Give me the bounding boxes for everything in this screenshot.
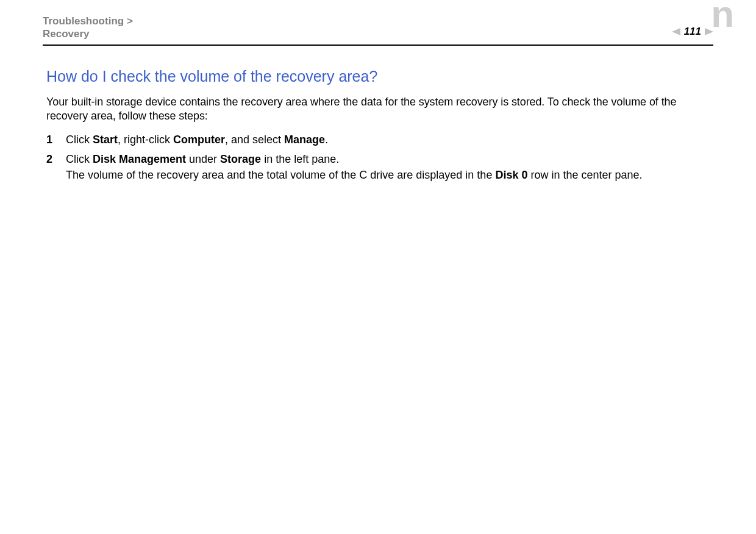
step-item: 1Click Start, right-click Computer, and … [46,132,710,148]
bold-term: Disk 0 [495,169,527,181]
step-number: 2 [46,151,66,183]
page-header: Troubleshooting > Recovery 111 [43,15,713,44]
page-number: 111 [684,26,701,38]
corner-decor: n [711,0,734,33]
intro-paragraph: Your built-in storage device contains th… [46,95,710,124]
breadcrumb-subsection: Recovery [43,28,90,40]
content-area: How do I check the volume of the recover… [43,68,713,183]
bold-term: Computer [173,134,225,146]
bold-term: Storage [220,153,261,165]
breadcrumb: Troubleshooting > Recovery [43,15,133,41]
step-body: Click Start, right-click Computer, and s… [66,132,710,148]
step-number: 1 [46,132,66,148]
next-page-icon[interactable] [705,28,713,35]
breadcrumb-section: Troubleshooting > [43,15,133,27]
steps-list: 1Click Start, right-click Computer, and … [46,132,710,183]
bold-term: Start [93,134,118,146]
step-item: 2Click Disk Management under Storage in … [46,151,710,183]
bold-term: Manage [284,134,325,146]
bold-term: Disk Management [93,153,186,165]
header-rule [43,44,713,46]
prev-page-icon[interactable] [672,28,680,35]
step-body: Click Disk Management under Storage in t… [66,151,710,183]
pager: 111 [672,26,713,38]
page-title: How do I check the volume of the recover… [46,68,710,85]
document-page: n Troubleshooting > Recovery 111 How do … [0,0,756,534]
